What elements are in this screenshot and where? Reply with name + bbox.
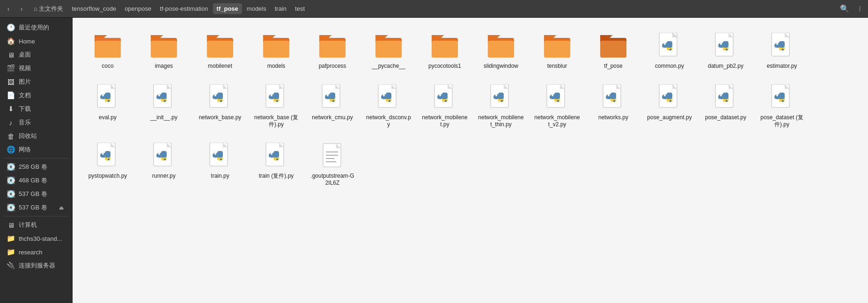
breadcrumb-openpose[interactable]: openpose bbox=[121, 3, 155, 14]
top-bar: ‹ › ⌂ 主文件夹 tensorflow_code openpose tf-p… bbox=[0, 0, 868, 18]
breadcrumb-test[interactable]: test bbox=[291, 3, 309, 14]
sidebar-item-music[interactable]: ♪ 音乐 bbox=[2, 116, 70, 129]
sidebar-item-network[interactable]: 🌐 网络 bbox=[2, 143, 70, 156]
file-item-network_mobilenet_v2-py[interactable]: network_mobilenet_v2.py bbox=[531, 79, 583, 132]
sidebar-item-vol537b[interactable]: 💽 537 GB 卷 ⏏ bbox=[2, 201, 70, 214]
py-icon-pystopwatch bbox=[93, 141, 123, 171]
sidebar-item-vol468[interactable]: 💽 468 GB 卷 bbox=[2, 174, 70, 187]
file-grid: coco images bbox=[82, 27, 859, 191]
svg-point-50 bbox=[276, 100, 278, 102]
research-icon: 📁 bbox=[7, 248, 15, 256]
py-icon-train bbox=[205, 141, 235, 171]
svg-point-98 bbox=[220, 159, 222, 160]
svg-rect-6 bbox=[207, 41, 233, 58]
sidebar-item-thchs30[interactable]: 📁 thchs30-stand... bbox=[2, 232, 70, 245]
py-icon-pose_dataset_copy bbox=[767, 82, 797, 112]
sidebar-item-desktop[interactable]: 🖥 桌面 bbox=[2, 48, 70, 61]
file-item-slidingwindow[interactable]: slidingwindow bbox=[475, 27, 527, 74]
file-item-network_cmu-py[interactable]: network_cmu.py bbox=[307, 79, 358, 132]
svg-point-54 bbox=[332, 100, 334, 102]
svg-rect-4 bbox=[151, 41, 177, 58]
file-label-models: models bbox=[267, 63, 286, 70]
py-icon-pose_augment bbox=[655, 82, 684, 112]
sidebar-item-videos[interactable]: 🎬 视频 bbox=[2, 62, 70, 75]
view-toggle-button[interactable]: ⁝ bbox=[853, 2, 866, 15]
sidebar-item-vol258[interactable]: 💽 258 GB 卷 bbox=[2, 160, 70, 173]
file-item-pycocotools1[interactable]: pycocotools1 bbox=[419, 27, 471, 74]
file-item-train_copy-py[interactable]: train (复件).py bbox=[250, 137, 302, 191]
txt-icon-goutputstream bbox=[317, 141, 347, 171]
folder-icon-models bbox=[261, 31, 291, 61]
thchs30-icon: 📁 bbox=[7, 234, 15, 243]
breadcrumb-models[interactable]: models bbox=[243, 3, 270, 14]
search-button[interactable]: 🔍 bbox=[838, 2, 851, 15]
svg-point-93 bbox=[158, 153, 160, 155]
file-item-models[interactable]: models bbox=[250, 27, 302, 74]
svg-point-66 bbox=[501, 100, 503, 102]
file-item-pose_dataset-py[interactable]: pose_dataset.py bbox=[700, 79, 751, 132]
file-item-network_mobilenet-py[interactable]: network_mobilenet.py bbox=[419, 79, 471, 132]
file-item-network_base_copy-py[interactable]: network_base (复件).py bbox=[250, 79, 302, 132]
svg-point-90 bbox=[108, 159, 110, 160]
sidebar-item-research[interactable]: 📁 research bbox=[2, 245, 70, 259]
svg-point-69 bbox=[552, 94, 553, 96]
file-item-estimator-py[interactable]: estimator.py bbox=[756, 27, 808, 74]
file-item-network_dsconv-py[interactable]: network_dsconv.py bbox=[363, 79, 414, 132]
file-item-pycache[interactable]: __pycache__ bbox=[363, 27, 414, 74]
breadcrumb-train[interactable]: train bbox=[271, 3, 290, 14]
breadcrumb-home[interactable]: ⌂ 主文件夹 bbox=[30, 3, 67, 15]
folder-icon-pafprocess bbox=[317, 31, 347, 61]
breadcrumb-tf-pose-estimation[interactable]: tf-pose-estimation bbox=[156, 3, 212, 14]
file-item-pafprocess[interactable]: pafprocess bbox=[307, 27, 358, 74]
sidebar-item-computer[interactable]: 🖥 计算机 bbox=[2, 218, 70, 231]
svg-point-102 bbox=[276, 159, 278, 160]
sidebar-label-trash: 回收站 bbox=[19, 132, 37, 140]
sidebar-label-downloads: 下载 bbox=[19, 105, 31, 113]
nav-forward-button[interactable]: › bbox=[15, 2, 28, 15]
file-item-pystopwatch-py[interactable]: pystopwatch.py bbox=[82, 137, 133, 191]
file-label-runner-py: runner.py bbox=[152, 173, 176, 180]
file-item-runner-py[interactable]: runner.py bbox=[138, 137, 190, 191]
breadcrumb-tf_pose[interactable]: tf_pose bbox=[213, 3, 242, 14]
file-item-mobilenet[interactable]: mobilenet bbox=[194, 27, 246, 74]
file-item-coco[interactable]: coco bbox=[82, 27, 133, 74]
pictures-icon: 🖼 bbox=[7, 78, 15, 86]
file-item-network_mobilenet_thin-py[interactable]: network_mobilenet_thin.py bbox=[475, 79, 527, 132]
file-item-pose_augment-py[interactable]: pose_augment.py bbox=[644, 79, 695, 132]
file-item-eval-py[interactable]: eval.py bbox=[82, 79, 133, 132]
eject-icon[interactable]: ⏏ bbox=[57, 203, 66, 212]
file-item-tensblur[interactable]: tensblur bbox=[531, 27, 583, 74]
sidebar-label-recent: 最近使用的 bbox=[19, 23, 49, 32]
sidebar-label-music: 音乐 bbox=[19, 118, 31, 127]
sidebar-item-recent[interactable]: 🕐 最近使用的 bbox=[2, 21, 70, 34]
file-item-networks-py[interactable]: networks.py bbox=[588, 79, 639, 132]
file-item-network_base-py[interactable]: network_base.py bbox=[194, 79, 246, 132]
file-item-datum_pb2-py[interactable]: datum_pb2.py bbox=[700, 27, 751, 74]
py-icon-pose_dataset bbox=[711, 82, 741, 112]
file-item-tf_pose[interactable]: tf_pose bbox=[588, 27, 639, 74]
sidebar-item-pictures[interactable]: 🖼 图片 bbox=[2, 75, 70, 88]
file-label-tf_pose: tf_pose bbox=[604, 63, 622, 70]
file-item-init-py[interactable]: __init__.py bbox=[138, 79, 190, 132]
svg-point-53 bbox=[327, 94, 329, 96]
py-icon-network_base bbox=[205, 82, 235, 112]
file-item-images[interactable]: images bbox=[138, 27, 190, 74]
file-item-common-py[interactable]: common.py bbox=[644, 27, 695, 74]
sidebar-item-documents[interactable]: 📄 文档 bbox=[2, 89, 70, 102]
file-item-goutputstream[interactable]: .goutputstream-G2IL6Z bbox=[307, 137, 358, 191]
sidebar-item-trash[interactable]: 🗑 回收站 bbox=[2, 130, 70, 143]
sidebar-item-home[interactable]: 🏠 Home bbox=[2, 35, 70, 48]
sidebar-label-home: Home bbox=[19, 38, 35, 45]
sidebar-item-connect[interactable]: 🔌 连接到服务器 bbox=[2, 259, 70, 272]
file-label-pose_dataset_copy-py: pose_dataset (复件).py bbox=[758, 114, 805, 129]
file-label-train-py: train.py bbox=[211, 173, 229, 180]
sidebar-item-vol537a[interactable]: 💽 537 GB 卷 bbox=[2, 188, 70, 201]
file-item-pose_dataset_copy-py[interactable]: pose_dataset (复件).py bbox=[756, 79, 808, 132]
breadcrumb-tensorflow_code[interactable]: tensorflow_code bbox=[68, 3, 120, 14]
vol258-icon: 💽 bbox=[7, 163, 15, 171]
vol468-icon: 💽 bbox=[7, 176, 15, 185]
nav-back-button[interactable]: ‹ bbox=[2, 2, 15, 15]
sidebar-item-downloads[interactable]: ⬇ 下载 bbox=[2, 102, 70, 115]
file-item-train-py[interactable]: train.py bbox=[194, 137, 246, 191]
svg-point-34 bbox=[782, 49, 784, 50]
